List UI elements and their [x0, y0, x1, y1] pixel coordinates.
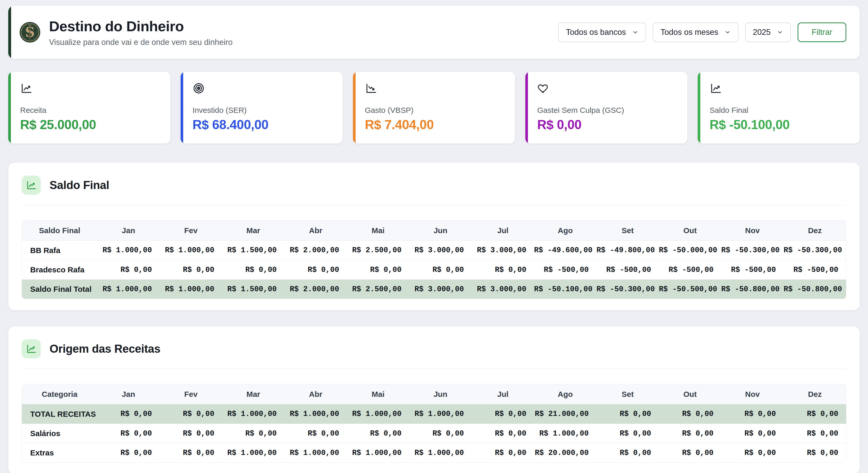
chevron-down-icon: [724, 29, 731, 35]
value-cell: R$ 3.000,00: [472, 241, 534, 260]
value-cell: R$ 0,00: [409, 260, 472, 279]
stat-label: Receita: [20, 106, 159, 115]
table-row: SaláriosR$ 0,00R$ 0,00R$ 0,00R$ 0,00R$ 0…: [22, 424, 846, 443]
value-cell: R$ 1.000,00: [97, 279, 160, 299]
value-cell: R$ 1.000,00: [284, 404, 347, 424]
month-header: Jan: [97, 384, 160, 404]
saldo-final-table: Saldo FinalJanFevMarAbrMaiJunJulAgoSetOu…: [22, 220, 846, 299]
value-cell: R$ 1.000,00: [347, 404, 409, 424]
month-header: Mai: [347, 220, 409, 241]
value-cell: R$ 2.500,00: [347, 241, 409, 260]
value-cell: R$ -50.100,00: [534, 279, 596, 299]
value-cell: R$ 1.000,00: [409, 404, 472, 424]
value-cell: R$ 0,00: [222, 260, 285, 279]
page-title: Destino do Dinheiro: [49, 18, 232, 35]
value-cell: R$ -50.000,00: [659, 241, 721, 260]
month-header: Jul: [472, 220, 534, 241]
value-cell: R$ 3.000,00: [409, 241, 472, 260]
month-header: Jun: [409, 220, 472, 241]
value-cell: R$ -500,00: [721, 260, 784, 279]
value-cell: R$ 1.000,00: [409, 443, 472, 463]
value-cell: R$ 0,00: [97, 424, 160, 443]
value-cell: R$ 2.500,00: [347, 279, 409, 299]
bank-filter-select[interactable]: Todos os bancos: [558, 23, 646, 42]
month-header: Set: [596, 220, 659, 241]
value-cell: R$ 0,00: [222, 424, 285, 443]
year-filter-value: 2025: [753, 28, 771, 37]
value-cell: R$ 0,00: [97, 443, 160, 463]
logo-staff: [29, 26, 30, 39]
value-cell: R$ 1.000,00: [160, 279, 222, 299]
stat-card-saldo-final: Saldo Final R$ -50.100,00: [698, 72, 860, 144]
value-cell: R$ 0,00: [721, 404, 784, 424]
value-cell: R$ 0,00: [659, 443, 721, 463]
app-logo: S: [20, 22, 40, 42]
chevron-down-icon: [632, 29, 638, 35]
value-cell: R$ 0,00: [97, 260, 160, 279]
value-cell: R$ -500,00: [659, 260, 721, 279]
month-header: Mar: [222, 220, 285, 241]
filter-button[interactable]: Filtrar: [798, 23, 846, 42]
value-cell: R$ 21.000,00: [534, 404, 596, 424]
value-cell: R$ 1.000,00: [222, 443, 285, 463]
stat-value: R$ -50.100,00: [710, 117, 849, 132]
table-total-row: TOTAL RECEITASR$ 0,00R$ 0,00R$ 1.000,00R…: [22, 404, 846, 424]
value-cell: R$ 0,00: [284, 260, 347, 279]
trending-down-chart-icon: [365, 82, 377, 94]
month-header: Nov: [721, 384, 784, 404]
month-filter-select[interactable]: Todos os meses: [653, 23, 739, 42]
value-cell: R$ 0,00: [160, 424, 222, 443]
value-cell: R$ 20.000,00: [534, 443, 596, 463]
stat-value: R$ 25.000,00: [20, 117, 159, 132]
table-row: BB RafaR$ 1.000,00R$ 1.000,00R$ 1.500,00…: [22, 241, 846, 260]
heart-icon: [537, 82, 550, 94]
value-cell: R$ 1.000,00: [222, 404, 285, 424]
table-row: Bradesco RafaR$ 0,00R$ 0,00R$ 0,00R$ 0,0…: [22, 260, 846, 279]
month-header: Ago: [534, 384, 596, 404]
value-cell: R$ 1.500,00: [222, 279, 285, 299]
row-label: BB Rafa: [22, 241, 97, 260]
month-header: Mar: [222, 384, 285, 404]
value-cell: R$ 0,00: [160, 260, 222, 279]
month-header: Nov: [721, 220, 784, 241]
value-cell: R$ 0,00: [659, 404, 721, 424]
value-cell: R$ -50.300,00: [721, 241, 784, 260]
value-cell: R$ 3.000,00: [472, 279, 534, 299]
value-cell: R$ -50.500,00: [659, 279, 721, 299]
month-header: Out: [659, 384, 721, 404]
value-cell: R$ 0,00: [472, 424, 534, 443]
value-cell: R$ 0,00: [659, 424, 721, 443]
value-cell: R$ 0,00: [472, 443, 534, 463]
value-cell: R$ 0,00: [160, 443, 222, 463]
value-cell: R$ -49.800,00: [596, 241, 659, 260]
value-cell: R$ -500,00: [596, 260, 659, 279]
row-label: Bradesco Rafa: [22, 260, 97, 279]
value-cell: R$ 0,00: [472, 404, 534, 424]
month-header: Dez: [784, 384, 846, 404]
month-header: Abr: [284, 384, 347, 404]
value-cell: R$ 0,00: [721, 424, 784, 443]
trending-up-chart-icon: [20, 82, 32, 94]
value-cell: R$ 0,00: [347, 260, 409, 279]
value-cell: R$ 1.500,00: [222, 241, 285, 260]
stat-cards-row: Receita R$ 25.000,00 Investido (SER) R$ …: [8, 72, 860, 144]
origem-receitas-section: Origem das Receitas CategoriaJanFevMarAb…: [8, 326, 860, 473]
value-cell: R$ 3.000,00: [409, 279, 472, 299]
value-cell: R$ 1.000,00: [534, 424, 596, 443]
month-header: Fev: [160, 384, 222, 404]
saldo-final-section: Saldo Final Saldo FinalJanFevMarAbrMaiJu…: [8, 162, 860, 311]
month-header: Jun: [409, 384, 472, 404]
year-filter-select[interactable]: 2025: [745, 23, 791, 42]
first-column-header: Categoria: [22, 384, 97, 404]
section-title: Origem das Receitas: [50, 342, 160, 355]
month-header: Jul: [472, 384, 534, 404]
origem-receitas-table: CategoriaJanFevMarAbrMaiJunJulAgoSetOutN…: [22, 384, 846, 463]
row-label: Salários: [22, 424, 97, 443]
value-cell: R$ 0,00: [596, 443, 659, 463]
value-cell: R$ 0,00: [409, 424, 472, 443]
value-cell: R$ -50.800,00: [784, 279, 846, 299]
month-header: Out: [659, 220, 721, 241]
page-subtitle: Visualize para onde vai e de onde vem se…: [49, 38, 232, 47]
stat-label: Saldo Final: [710, 106, 849, 115]
value-cell: R$ 1.000,00: [97, 241, 160, 260]
